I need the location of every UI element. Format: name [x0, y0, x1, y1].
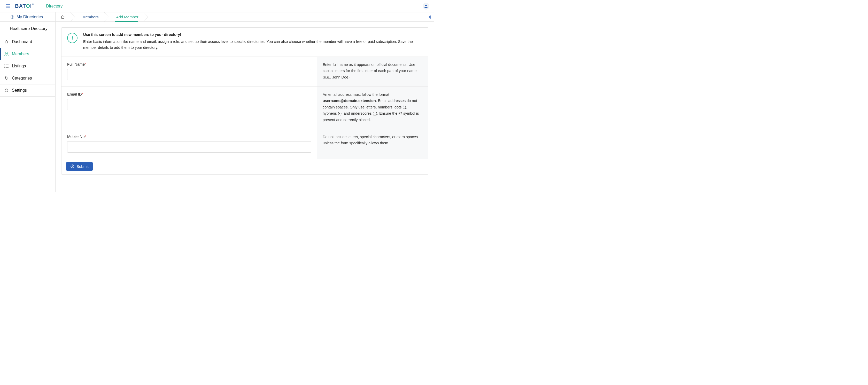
email-hint: An email address must follow the format … [317, 87, 428, 129]
mobile-hint: Do not include letters, special characte… [317, 129, 428, 159]
svg-point-12 [5, 67, 5, 68]
full-name-label: Full Name [67, 62, 85, 66]
svg-point-6 [5, 53, 6, 54]
user-icon [424, 4, 428, 8]
sidebar-item-label: Listings [12, 64, 26, 68]
svg-point-4 [11, 15, 14, 19]
back-link-label: My Directories [17, 15, 43, 19]
logo-text-accent: O [26, 3, 30, 9]
svg-point-10 [5, 66, 5, 66]
info-banner-title: Use this screen to add new members to yo… [83, 33, 181, 37]
info-icon: i [67, 33, 78, 43]
mobile-input[interactable] [67, 141, 311, 153]
info-banner: i Use this screen to add new members to … [61, 28, 428, 57]
full-name-input[interactable] [67, 69, 311, 80]
home-icon [61, 15, 65, 19]
sidebar-item-label: Dashboard [12, 39, 32, 44]
sidebar-item-label: Settings [12, 88, 27, 93]
app-name[interactable]: Directory [46, 4, 63, 8]
svg-point-16 [71, 165, 74, 168]
breadcrumb-members[interactable]: Members [75, 12, 104, 22]
sidebar-item-label: Categories [12, 76, 32, 81]
svg-point-3 [425, 5, 427, 6]
logo-text-part1: BAT [15, 3, 26, 9]
sidebar-item-listings[interactable]: Listings [0, 60, 55, 72]
sidebar: Healthcare Directory Dashboard Members [0, 22, 56, 192]
menu-toggle-button[interactable] [6, 4, 10, 8]
breadcrumb-separator [104, 12, 109, 22]
gear-icon [4, 88, 9, 92]
sidebar-item-members[interactable]: Members [0, 48, 55, 60]
divider [42, 3, 42, 9]
sidebar-item-dashboard[interactable]: Dashboard [0, 36, 55, 48]
form-row-mobile: Mobile No* Do not include letters, speci… [61, 129, 428, 159]
email-input[interactable] [67, 99, 311, 110]
info-banner-body: Enter basic information like name and em… [83, 39, 423, 51]
back-to-directories-link[interactable]: My Directories [10, 15, 43, 19]
home-icon [4, 40, 9, 44]
breadcrumb-members-label: Members [83, 15, 99, 19]
submit-button[interactable]: Submit [66, 162, 93, 171]
required-marker: * [82, 92, 84, 96]
directory-title: Healthcare Directory [0, 22, 55, 36]
collapse-panel-button[interactable] [425, 12, 434, 22]
full-name-hint: Enter full name as it appears on officia… [317, 57, 428, 87]
breadcrumb-home[interactable] [56, 12, 70, 22]
brand-logo[interactable]: BATOI® [15, 3, 34, 9]
breadcrumb-separator [70, 12, 75, 22]
mobile-label: Mobile No [67, 134, 85, 139]
sidebar-item-label: Members [12, 52, 29, 56]
list-icon [4, 64, 9, 68]
user-avatar[interactable] [423, 3, 429, 9]
svg-point-14 [5, 77, 6, 78]
email-label: Email ID [67, 92, 82, 96]
breadcrumb-separator [144, 12, 149, 22]
email-hint-strong: username@domain.extension [323, 99, 376, 103]
tag-icon [4, 76, 9, 80]
form-row-full-name: Full Name* Enter full name as it appears… [61, 57, 428, 87]
breadcrumb-add-member[interactable]: Add Member [109, 12, 144, 22]
required-marker: * [85, 62, 86, 66]
arrow-right-circle-icon [70, 164, 74, 168]
required-marker: * [85, 134, 86, 139]
form-row-email: Email ID* An email address must follow t… [61, 87, 428, 129]
breadcrumb: Members Add Member [56, 12, 425, 22]
logo-text-part2: I [30, 3, 32, 9]
logo-registered: ® [32, 3, 34, 5]
email-hint-before: An email address must follow the format [323, 92, 389, 97]
sidebar-item-categories[interactable]: Categories [0, 72, 55, 85]
svg-point-7 [7, 53, 8, 54]
submit-button-label: Submit [76, 164, 89, 169]
svg-marker-5 [429, 16, 430, 18]
add-member-card: i Use this screen to add new members to … [61, 27, 428, 174]
breadcrumb-add-member-label: Add Member [116, 15, 138, 19]
svg-point-8 [5, 65, 5, 65]
triangle-left-icon [428, 15, 431, 19]
members-icon [4, 52, 9, 56]
sidebar-item-settings[interactable]: Settings [0, 85, 55, 97]
svg-point-15 [6, 90, 7, 91]
back-arrow-icon [10, 15, 14, 19]
